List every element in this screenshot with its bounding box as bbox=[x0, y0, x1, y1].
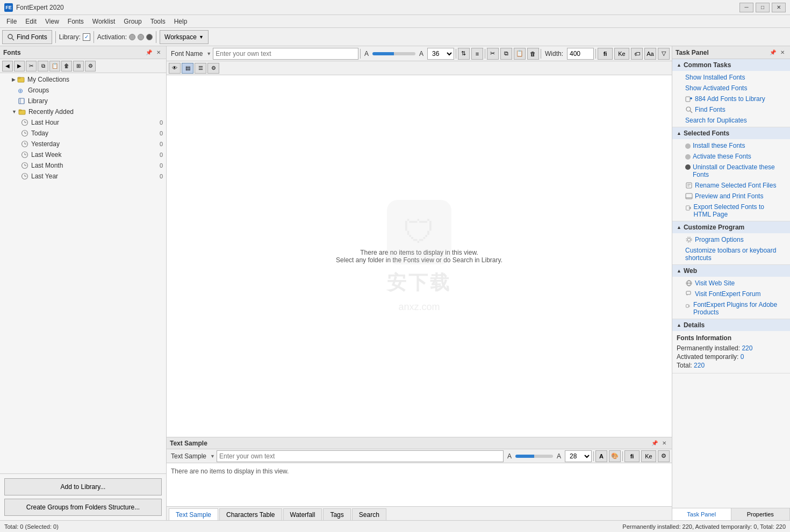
panel-pin-button[interactable]: 📌 bbox=[145, 48, 153, 57]
copy-button[interactable]: ⧉ bbox=[38, 61, 48, 71]
task-install-fonts[interactable]: Install these Fonts bbox=[672, 140, 790, 151]
copy-font-button[interactable]: ⧉ bbox=[500, 48, 512, 60]
task-add-fonts[interactable]: 884 Add Fonts to Library bbox=[672, 94, 790, 104]
back-button[interactable]: ◀ bbox=[2, 61, 13, 71]
ts-font-color-btn[interactable]: A bbox=[595, 450, 607, 462]
panel-close-button[interactable]: ✕ bbox=[154, 48, 163, 57]
task-preview-fonts[interactable]: Preview and Print Fonts bbox=[672, 191, 790, 202]
sample-view-btn[interactable]: ▤ bbox=[182, 63, 193, 74]
library-checkbox[interactable] bbox=[83, 33, 90, 41]
cut-font-button[interactable]: ✂ bbox=[487, 48, 499, 60]
ts-bg-color-btn[interactable]: 🎨 bbox=[609, 450, 621, 462]
tab-text-sample[interactable]: Text Sample bbox=[169, 508, 218, 520]
tab-waterfall[interactable]: Waterfall bbox=[283, 508, 322, 520]
menu-help[interactable]: Help bbox=[170, 17, 192, 26]
ts-size-combo[interactable]: 28 bbox=[565, 450, 592, 462]
tree-item-last-hour[interactable]: Last Hour 0 bbox=[0, 117, 166, 128]
fi-button[interactable]: fi bbox=[598, 48, 613, 60]
ts-size-slider[interactable] bbox=[515, 455, 553, 458]
forward-button[interactable]: ▶ bbox=[14, 61, 25, 71]
close-button[interactable]: ✕ bbox=[772, 3, 786, 12]
text-sample-pin-btn[interactable]: 📌 bbox=[650, 439, 659, 448]
add-to-library-button[interactable]: Add to Library... bbox=[4, 478, 162, 495]
installed-label: Permanently installed: bbox=[677, 344, 740, 352]
width-input[interactable] bbox=[567, 48, 594, 60]
task-panel-pin-btn[interactable]: 📌 bbox=[769, 48, 777, 57]
app-title: FontExpert 2020 bbox=[16, 4, 739, 11]
font-size-combo[interactable]: 36 bbox=[427, 48, 454, 60]
globe-icon bbox=[685, 279, 693, 287]
ts-settings-btn[interactable]: ⚙ bbox=[658, 450, 670, 462]
tab-tags[interactable]: Tags bbox=[323, 508, 350, 520]
task-find-fonts[interactable]: Find Fonts bbox=[672, 104, 790, 115]
ts-input[interactable] bbox=[217, 450, 504, 462]
task-uninstall-fonts[interactable]: Uninstall or Deactivate these Fonts bbox=[672, 162, 790, 180]
menu-tools[interactable]: Tools bbox=[146, 17, 170, 26]
task-plugins[interactable]: FontExpert Plugins for Adobe Products bbox=[672, 299, 790, 318]
menu-worklist[interactable]: Worklist bbox=[88, 17, 119, 26]
task-visit-website[interactable]: Visit Web Site bbox=[672, 278, 790, 289]
grid-settings-btn[interactable]: ⚙ bbox=[207, 63, 219, 74]
task-visit-forum[interactable]: Visit FontExpert Forum bbox=[672, 289, 790, 299]
paste-font-button[interactable]: 📋 bbox=[514, 48, 526, 60]
task-show-installed[interactable]: Show Installed Fonts bbox=[672, 72, 790, 83]
task-activate-fonts[interactable]: Activate these Fonts bbox=[672, 151, 790, 162]
menu-fonts[interactable]: Fonts bbox=[63, 17, 88, 26]
common-tasks-header[interactable]: ▲ Common Tasks bbox=[672, 59, 790, 71]
workspace-button[interactable]: Workspace ▼ bbox=[160, 30, 209, 44]
tab-characters-table[interactable]: Characters Table bbox=[219, 508, 282, 520]
task-customize-toolbars[interactable]: Customize toolbars or keyboard shortcuts bbox=[672, 245, 790, 263]
settings-button[interactable]: ⚙ bbox=[85, 61, 96, 71]
menu-group[interactable]: Group bbox=[119, 17, 146, 26]
maximize-button[interactable]: □ bbox=[756, 3, 770, 12]
list-view-btn[interactable]: ☰ bbox=[195, 63, 206, 74]
tree-item-groups[interactable]: ⊕ Groups bbox=[0, 85, 166, 96]
find-fonts-button[interactable]: Find Fonts bbox=[2, 30, 52, 44]
minimize-button[interactable]: ─ bbox=[739, 3, 753, 12]
aa-button[interactable]: Aa bbox=[644, 48, 656, 60]
font-size-slider[interactable] bbox=[372, 52, 415, 55]
tree-item-my-collections[interactable]: ▶ My Collections bbox=[0, 74, 166, 85]
cut-button[interactable]: ✂ bbox=[26, 61, 37, 71]
ts-ke-btn[interactable]: Ke bbox=[641, 450, 656, 462]
create-groups-button[interactable]: Create Groups from Folders Structure... bbox=[4, 499, 162, 516]
sort-button[interactable]: ⇅ bbox=[458, 48, 470, 60]
delete-font-button[interactable]: 🗑 bbox=[527, 48, 539, 60]
tree-item-last-week[interactable]: Last Week 0 bbox=[0, 149, 166, 160]
details-header[interactable]: ▲ Details bbox=[672, 319, 790, 331]
selected-fonts-header[interactable]: ▲ Selected Fonts bbox=[672, 127, 790, 139]
task-program-options[interactable]: Program Options bbox=[672, 234, 790, 245]
web-header[interactable]: ▲ Web bbox=[672, 265, 790, 277]
tree-item-recently-added[interactable]: ▼ Recently Added bbox=[0, 106, 166, 117]
right-tab-task-panel[interactable]: Task Panel bbox=[672, 508, 731, 520]
ts-fi-btn[interactable]: fi bbox=[624, 450, 640, 462]
tree-item-last-month[interactable]: Last Month 0 bbox=[0, 160, 166, 171]
menu-view[interactable]: View bbox=[41, 17, 63, 26]
tab-search[interactable]: Search bbox=[352, 508, 386, 520]
align-button[interactable]: ≡ bbox=[471, 48, 483, 60]
preview-icon bbox=[685, 192, 693, 200]
delete-button[interactable]: 🗑 bbox=[61, 61, 72, 71]
tree-item-last-year[interactable]: Last Year 0 bbox=[0, 171, 166, 182]
task-export-fonts[interactable]: Export Selected Fonts to HTML Page bbox=[672, 202, 790, 220]
count-last-hour: 0 bbox=[160, 119, 163, 126]
menu-file[interactable]: File bbox=[2, 17, 21, 26]
ke-button[interactable]: Ke bbox=[614, 48, 629, 60]
right-tab-properties[interactable]: Properties bbox=[731, 508, 791, 520]
task-rename-fonts[interactable]: Rename Selected Font Files bbox=[672, 180, 790, 191]
tree-item-yesterday[interactable]: Yesterday 0 bbox=[0, 139, 166, 149]
grid-button[interactable]: ⊞ bbox=[73, 61, 84, 71]
tree-item-today[interactable]: Today 0 bbox=[0, 128, 166, 139]
menu-edit[interactable]: Edit bbox=[21, 17, 41, 26]
tree-item-library[interactable]: Library bbox=[0, 96, 166, 106]
task-search-duplicates[interactable]: Search for Duplicates bbox=[672, 115, 790, 126]
paste-button[interactable]: 📋 bbox=[49, 61, 60, 71]
tag-button[interactable]: 🏷 bbox=[631, 48, 643, 60]
preview-btn[interactable]: 👁 bbox=[169, 63, 181, 74]
task-panel-close-btn[interactable]: ✕ bbox=[778, 48, 787, 57]
font-name-input[interactable] bbox=[213, 48, 358, 60]
text-sample-close-btn[interactable]: ✕ bbox=[660, 439, 669, 448]
task-show-activated[interactable]: Show Activated Fonts bbox=[672, 83, 790, 94]
filter-button[interactable]: ▽ bbox=[658, 48, 670, 60]
customize-header[interactable]: ▲ Customize Program bbox=[672, 221, 790, 233]
